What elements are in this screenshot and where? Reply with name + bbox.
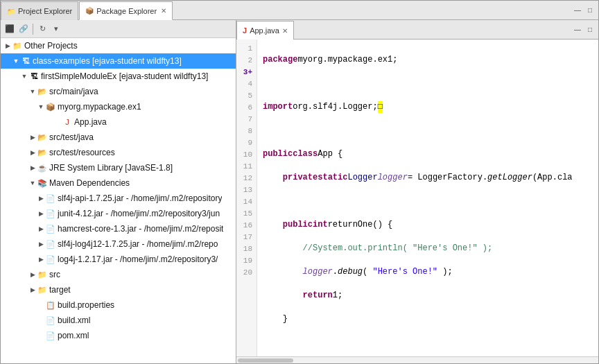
collapse-all-button[interactable]: ⬛ [3, 23, 16, 35]
code-line-3: import org.slf4j.Logger;□ [263, 101, 593, 113]
jre-label: JRE System Library [JavaSE-1.8] [49, 163, 173, 173]
tree-item-src[interactable]: ▶ 📁 src [1, 267, 236, 282]
line-num-7: 7 [236, 113, 257, 125]
menu-button[interactable]: ▾ [50, 23, 62, 35]
editor-tab-bar: J App.java ✕ — □ [236, 20, 598, 40]
jar-icon-slf4j-log4j: 📄 [45, 239, 56, 250]
minimize-button[interactable]: — [572, 5, 583, 16]
arrow-maven: ▼ [28, 180, 37, 187]
tree-item-maven-deps[interactable]: ▼ 📚 Maven Dependencies [1, 175, 236, 191]
tree-item-jre[interactable]: ▶ ☕ JRE System Library [JavaSE-1.8] [1, 160, 236, 175]
code-line-12: } [263, 313, 593, 325]
tree-item-firstsimplemoduleex[interactable]: ▼ 🏗 firstSimpleModuleEx [ejava-student w… [1, 69, 236, 84]
restore-button[interactable]: □ [584, 5, 596, 16]
jar-icon-hamcrest: 📄 [45, 223, 56, 234]
code-line-5: public class App { [263, 148, 593, 160]
maven-deps-label: Maven Dependencies [49, 178, 130, 188]
app-java-tab-label: App.java [250, 26, 279, 35]
xml-icon-pom: 📄 [45, 330, 56, 341]
line-num-9: 9 [236, 137, 257, 148]
project-explorer-icon: 📁 [7, 8, 15, 15]
log4j-label: log4j-1.2.17.jar - /home/jim/.m2/reposit… [58, 254, 218, 264]
package-icon: 📦 [45, 101, 56, 112]
editor-minimize-button[interactable]: — [572, 24, 583, 35]
arrow-other-projects: ▶ [3, 42, 12, 49]
code-line-7 [263, 196, 593, 207]
tab-project-explorer[interactable]: 📁 Project Explorer [1, 1, 78, 20]
build-xml-label: build.xml [58, 315, 90, 325]
line-num-20: 20 [236, 266, 257, 278]
arrow-junit: ▶ [37, 210, 45, 217]
tree-item-myorg-package[interactable]: ▼ 📦 myorg.mypackage.ex1 [1, 99, 236, 114]
slf4j-api-label: slf4j-api-1.7.25.jar - /home/jim/.m2/rep… [58, 193, 222, 203]
editor-scrollbar-horizontal[interactable] [236, 356, 598, 363]
arrow-src-main: ▼ [28, 88, 37, 95]
tree-item-junit[interactable]: ▶ 📄 junit-4.12.jar - /home/jim/.m2/repos… [1, 206, 236, 221]
tree-item-src-main-java[interactable]: ▼ 📂 src/main/java [1, 84, 236, 99]
tree-item-src-test-resources[interactable]: ▶ 📂 src/test/resources [1, 145, 236, 160]
scrollbar-thumb[interactable] [238, 358, 293, 363]
tree-container[interactable]: ▶ 📁 Other Projects ▼ 🏗 class-examples [e… [1, 38, 236, 363]
xml-icon-build: 📄 [45, 315, 56, 326]
line-num-4: 4 [236, 78, 257, 89]
line-num-3: 3+ [236, 66, 257, 78]
tree-item-app-java[interactable]: J App.java [1, 114, 236, 130]
tree-item-other-projects[interactable]: ▶ 📁 Other Projects [1, 38, 236, 53]
sync-button[interactable]: ↻ [36, 23, 49, 35]
tree-item-pom-xml[interactable]: 📄 pom.xml [1, 328, 236, 343]
tab-package-explorer[interactable]: 📦 Package Explorer ✕ [79, 1, 173, 20]
tab-package-explorer-label: Package Explorer [96, 7, 157, 15]
src-test-res-label: src/test/resources [49, 148, 115, 157]
arrow-target: ▶ [28, 286, 37, 293]
arrow-log4j: ▶ [37, 256, 45, 263]
link-editor-button[interactable]: 🔗 [17, 23, 30, 35]
tree-item-hamcrest[interactable]: ▶ 📄 hamcrest-core-1.3.jar - /home/jim/.m… [1, 221, 236, 236]
class-examples-label: class-examples [ejava-student wildfty13] [33, 56, 182, 66]
content-area: ⬛ 🔗 ↻ ▾ ▶ 📁 Other Projects ▼ 🏗 clas [1, 20, 598, 363]
code-line-11: return 1; [263, 290, 593, 302]
editor-maximize-button[interactable]: □ [584, 24, 596, 35]
tree-item-slf4j-api[interactable]: ▶ 📄 slf4j-api-1.7.25.jar - /home/jim/.m2… [1, 191, 236, 206]
junit-label: junit-4.12.jar - /home/jim/.m2/repositor… [58, 209, 220, 218]
code-line-8: public int returnOne() { [263, 219, 593, 231]
package-explorer-icon: 📦 [85, 7, 94, 15]
tree-item-build-xml[interactable]: 📄 build.xml [1, 313, 236, 328]
src-main-java-label: src/main/java [49, 87, 98, 96]
target-label: target [49, 285, 71, 295]
tree-item-slf4j-log4j[interactable]: ▶ 📄 slf4j-log4j12-1.7.25.jar - /home/jim… [1, 236, 236, 252]
arrow-myorg: ▼ [37, 103, 45, 110]
jre-icon: ☕ [37, 162, 48, 173]
tree-item-target[interactable]: ▶ 📁 target [1, 282, 236, 297]
jar-icon-log4j: 📄 [45, 254, 56, 265]
line-num-13: 13 [236, 184, 257, 196]
panel-toolbar: ⬛ 🔗 ↻ ▾ [1, 20, 236, 38]
top-tab-bar: 📁 Project Explorer 📦 Package Explorer ✕ … [1, 1, 598, 20]
line-num-1: 1 [236, 42, 257, 54]
src-label: src [49, 270, 60, 279]
left-panel: ⬛ 🔗 ↻ ▾ ▶ 📁 Other Projects ▼ 🏗 clas [1, 20, 236, 363]
package-explorer-close[interactable]: ✕ [161, 7, 166, 15]
project-icon: 🏗 [20, 55, 31, 67]
arrow-class-examples: ▼ [12, 58, 20, 64]
tree-item-build-properties[interactable]: 📋 build.properties [1, 297, 236, 313]
editor-close-button[interactable]: ✕ [282, 27, 288, 35]
toolbar-divider [33, 24, 33, 35]
tree-item-src-test-java[interactable]: ▶ 📂 src/test/java [1, 130, 236, 145]
tab-app-java[interactable]: J App.java ✕ [236, 21, 294, 40]
code-area[interactable]: package myorg.mypackage.ex1; import org.… [257, 40, 598, 356]
arrow-src-test: ▶ [28, 134, 37, 141]
tab-project-explorer-label: Project Explorer [18, 7, 72, 15]
code-line-9: //System.out.println( "Here's One!" ); [263, 243, 593, 254]
tree-item-class-examples[interactable]: ▼ 🏗 class-examples [ejava-student wildft… [1, 53, 236, 69]
line-numbers: 1 2 3+ 4 5 6 7 8 9 10 11 12 13 14 15 16 [236, 40, 257, 356]
tree-item-log4j[interactable]: ▶ 📄 log4j-1.2.17.jar - /home/jim/.m2/rep… [1, 252, 236, 267]
editor-content[interactable]: 1 2 3+ 4 5 6 7 8 9 10 11 12 13 14 15 16 [236, 40, 598, 356]
main-container: 📁 Project Explorer 📦 Package Explorer ✕ … [0, 0, 599, 364]
right-panel: J App.java ✕ — □ 1 2 3+ 4 5 6 7 [236, 20, 598, 363]
arrow-hamcrest: ▶ [37, 225, 45, 232]
arrow-src-test-res: ▶ [28, 149, 37, 156]
hamcrest-label: hamcrest-core-1.3.jar - /home/jim/.m2/re… [58, 224, 223, 234]
line-num-6: 6 [236, 101, 257, 113]
src-test-icon: 📂 [37, 132, 48, 143]
line-num-12: 12 [236, 172, 257, 184]
